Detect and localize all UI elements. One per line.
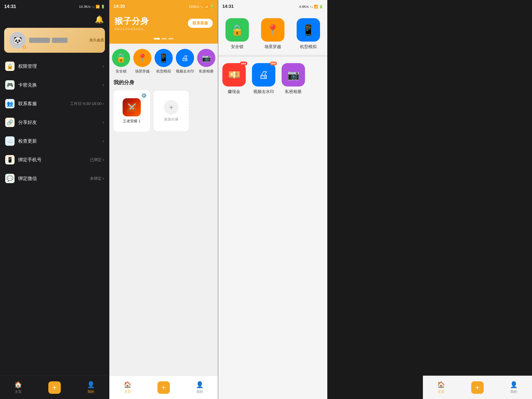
content-area: 🔒 安全锁 📍 场景穿越 📱 机型模拟 🖨 视频去水印 xyxy=(109,44,218,376)
banner-dots xyxy=(154,38,174,39)
nav-home-left[interactable]: 🏠 主页 xyxy=(0,381,36,394)
status-bar-mid: 14:30 153K/s ↑↓ 📶 🔋 xyxy=(109,0,218,13)
kog-label: 王者荣耀 1 xyxy=(123,119,141,124)
kog-app-icon: ⚔️ xyxy=(123,98,141,116)
menu-item-permissions[interactable]: 🔒 权限管理 › xyxy=(0,57,109,76)
nav-add-left[interactable]: + xyxy=(36,381,73,394)
contact-hours: 工作日 9:30-18:00 › xyxy=(70,101,104,106)
earn-cash-icon-wrap: 💴 new xyxy=(222,63,246,87)
add-btn-mid[interactable]: + xyxy=(157,381,170,394)
my-icon-left: 👤 xyxy=(87,381,95,388)
hot-badge: Hot xyxy=(270,62,277,65)
panel-left: 14:31 14.3K/s ↑↓ 📶 🔋 🔔 🐼 V 永久会员 🔒 权限管理 xyxy=(0,0,109,399)
app-logo-area: 猴子分身 HOUZIFENSHEN xyxy=(115,16,149,31)
contact-icon: 👥 xyxy=(5,99,15,108)
video-wm-label: 视频去水印 xyxy=(176,69,194,74)
user-card[interactable]: 🐼 V 永久会员 xyxy=(4,28,105,53)
add-btn-right[interactable]: + xyxy=(471,381,484,394)
nav-home-right[interactable]: 🏠 主页 xyxy=(423,381,459,394)
scene-cross-icon: 📍 xyxy=(133,49,151,67)
feature-private-album[interactable]: 📷 私密相册 xyxy=(197,49,215,74)
speed-right: 4.6K/s ↑↓ 📶 🔋 xyxy=(299,5,323,9)
private-album-icon: 📷 xyxy=(197,49,215,67)
right-private-album[interactable]: 📷 私密相册 xyxy=(282,63,305,95)
app-sub: HOUZIFENSHEN xyxy=(115,28,149,31)
wechat-status: 未绑定 › xyxy=(90,176,104,181)
home-icon-right: 🏠 xyxy=(437,381,445,388)
right-scene-cross[interactable]: 📍 场景穿越 xyxy=(258,18,287,50)
arrow-icon-2: › xyxy=(103,101,104,106)
user-name-block2 xyxy=(52,38,68,43)
divider-1 xyxy=(218,55,327,57)
settings-icon-kog[interactable]: ⚙️ xyxy=(141,93,147,98)
nav-my-mid[interactable]: 👤 我的 xyxy=(182,381,218,394)
bottom-nav-left: 🏠 主页 + 👤 我的 xyxy=(0,376,109,399)
top-features-grid: 🔒 安全锁 📍 场景穿越 📱 机型模拟 xyxy=(218,13,327,55)
time-left: 14:31 xyxy=(4,4,16,9)
redeem-icon: 🎮 xyxy=(5,80,15,90)
arrow-icon-0: › xyxy=(103,64,104,69)
permissions-label: 权限管理 xyxy=(18,63,99,69)
panel-right: 14:31 4.6K/s ↑↓ 📶 🔋 🔒 安全锁 📍 场景穿越 📱 机型模拟 xyxy=(218,0,327,399)
arrow-icon-1: › xyxy=(103,83,104,87)
bottom-nav-mid: 🏠 主页 + 👤 我的 xyxy=(109,376,218,399)
status-bar-right: 14:31 4.6K/s ↑↓ 📶 🔋 xyxy=(218,0,327,13)
add-clone-card[interactable]: + 添加分身 xyxy=(153,90,189,132)
right-video-wm-label: 视频去水印 xyxy=(253,89,274,95)
menu-item-contact[interactable]: 👥 联系客服 工作日 9:30-18:00 › xyxy=(0,94,109,113)
nav-my-right[interactable]: 👤 我的 xyxy=(496,381,532,394)
right-earn-cash[interactable]: 💴 new 赚现金 xyxy=(222,63,246,95)
dot-3 xyxy=(168,38,174,39)
safe-lock-label: 安全锁 xyxy=(116,69,127,74)
earn-cash-label: 赚现金 xyxy=(228,89,240,95)
private-album-icon-wrap: 📷 xyxy=(282,63,305,87)
status-bar-left: 14:31 14.3K/s ↑↓ 📶 🔋 xyxy=(0,0,109,13)
clones-title: 我的分身 xyxy=(114,79,214,86)
right-private-album-icon: 📷 xyxy=(282,63,305,87)
model-sim-label: 机型模拟 xyxy=(156,69,171,74)
wechat-icon: 💬 xyxy=(5,174,15,183)
phone-icon: 📱 xyxy=(5,155,15,164)
contact-btn-mid[interactable]: 联系客服 xyxy=(188,19,213,28)
menu-item-share[interactable]: 🔗 分享好友 › xyxy=(0,113,109,132)
feature-safe-lock[interactable]: 🔒 安全锁 xyxy=(112,49,130,74)
bottom-features-row: 💴 new 赚现金 🖨 Hot 视频去水印 📷 私密相册 xyxy=(218,57,327,101)
right-scene-cross-label: 场景穿越 xyxy=(264,44,281,50)
menu-item-phone[interactable]: 📱 绑定手机号 已绑定 › xyxy=(0,150,109,169)
nav-add-right[interactable]: + xyxy=(459,381,496,394)
feature-model-sim[interactable]: 📱 机型模拟 xyxy=(155,49,173,74)
feature-scene-cross[interactable]: 📍 场景穿越 xyxy=(133,49,151,74)
my-label-mid: 我的 xyxy=(196,389,203,394)
time-mid: 14:30 xyxy=(114,4,125,9)
avatar: 🐼 V xyxy=(9,32,26,49)
feature-video-wm[interactable]: 🖨 视频去水印 xyxy=(176,49,194,74)
video-wm-icon-wrap: 🖨 Hot xyxy=(252,63,275,87)
menu-item-redeem[interactable]: 🎮 卡密兑换 › xyxy=(0,76,109,94)
right-model-sim-icon: 📱 xyxy=(297,18,320,42)
wechat-label: 绑定微信 xyxy=(18,175,86,182)
right-model-sim[interactable]: 📱 机型模拟 xyxy=(294,18,323,50)
add-btn-left[interactable]: + xyxy=(48,381,61,394)
arrow-icon-4: › xyxy=(103,139,104,143)
right-video-wm-icon: 🖨 xyxy=(252,63,275,87)
nav-home-mid[interactable]: 🏠 主页 xyxy=(109,381,145,394)
clone-card-kog[interactable]: ⚙️ ⚔️ 王者荣耀 1 xyxy=(114,90,150,132)
phone-status: 已绑定 › xyxy=(90,157,104,162)
nav-my-left[interactable]: 👤 我的 xyxy=(73,381,109,394)
menu-item-wechat[interactable]: 💬 绑定微信 未绑定 › xyxy=(0,169,109,188)
nav-add-mid[interactable]: + xyxy=(145,381,182,394)
my-label-left: 我的 xyxy=(88,389,94,394)
bottom-nav-right: 🏠 主页 + 👤 我的 xyxy=(423,376,532,399)
contact-label: 联系客服 xyxy=(18,101,66,107)
arrow-icon-5: › xyxy=(103,157,104,162)
menu-item-update[interactable]: ☁️ 检查更新 › xyxy=(0,132,109,150)
phone-label: 绑定手机号 xyxy=(18,157,86,163)
time-right: 14:31 xyxy=(222,4,234,9)
update-icon: ☁️ xyxy=(5,136,15,146)
bell-icon[interactable]: 🔔 xyxy=(95,15,104,24)
right-video-wm[interactable]: 🖨 Hot 视频去水印 xyxy=(252,63,275,95)
speed-mid: 153K/s ↑↓ 📶 🔋 xyxy=(189,5,214,9)
model-sim-icon: 📱 xyxy=(155,49,173,67)
right-safe-lock[interactable]: 🔒 安全锁 xyxy=(222,18,252,50)
arrow-icon-6: › xyxy=(103,176,104,181)
